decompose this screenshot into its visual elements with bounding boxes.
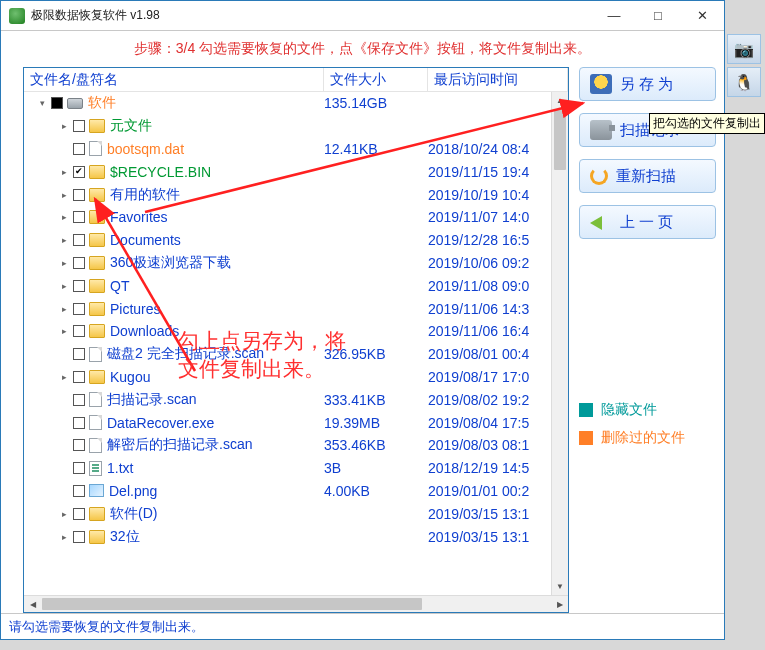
expand-icon[interactable]: ▸	[58, 326, 70, 336]
expand-icon[interactable]: ▸	[58, 258, 70, 268]
table-row[interactable]: ▸Documents2019/12/28 16:5	[24, 229, 568, 252]
file-size: 333.41KB	[324, 392, 428, 408]
save-as-button[interactable]: 另 存 为	[579, 67, 716, 101]
scroll-down-icon[interactable]: ▼	[552, 578, 568, 595]
expand-icon[interactable]: ▸	[58, 372, 70, 382]
table-row[interactable]: DataRecover.exe19.39MB2019/08/04 17:5	[24, 411, 568, 434]
minimize-button[interactable]: —	[592, 1, 636, 30]
table-row[interactable]: 磁盘2 完全扫描记录.scan326.95KB2019/08/01 00:4	[24, 343, 568, 366]
expand-icon[interactable]: ▸	[58, 532, 70, 542]
file-tree[interactable]: ▾软件135.14GB▸元文件bootsqm.dat12.41KB2018/10…	[24, 92, 568, 595]
file-time: 2019/10/19 10:4	[428, 187, 568, 203]
file-time: 2019/08/03 08:1	[428, 437, 568, 453]
file-name: DataRecover.exe	[107, 415, 214, 431]
titlebar[interactable]: 极限数据恢复软件 v1.98 — □ ✕	[1, 1, 724, 31]
table-row[interactable]: ▸360极速浏览器下载2019/10/06 09:2	[24, 252, 568, 275]
col-lastaccess[interactable]: 最后访问时间	[428, 68, 568, 91]
table-row[interactable]: ▸QT2019/11/08 09:0	[24, 274, 568, 297]
col-filename[interactable]: 文件名/盘符名	[24, 68, 324, 91]
vertical-scrollbar[interactable]: ▲ ▼	[551, 92, 568, 595]
float-icon-2[interactable]: 🐧	[727, 67, 761, 97]
file-name: QT	[110, 278, 129, 294]
expand-icon[interactable]: ▾	[36, 98, 48, 108]
checkbox[interactable]	[73, 371, 85, 383]
checkbox[interactable]	[73, 462, 85, 474]
checkbox[interactable]	[51, 97, 63, 109]
checkbox[interactable]	[73, 211, 85, 223]
scroll-right-icon[interactable]: ▶	[551, 596, 568, 612]
expand-icon[interactable]: ▸	[58, 235, 70, 245]
table-row[interactable]: ▸$RECYCLE.BIN2019/11/15 19:4	[24, 160, 568, 183]
legend-swatch-hidden	[579, 403, 593, 417]
column-headers[interactable]: 文件名/盘符名 文件大小 最后访问时间	[24, 68, 568, 92]
table-row[interactable]: ▸软件(D)2019/03/15 13:1	[24, 502, 568, 525]
expand-icon[interactable]: ▸	[58, 190, 70, 200]
legend-swatch-deleted	[579, 431, 593, 445]
file-name: 解密后的扫描记录.scan	[107, 436, 252, 454]
checkbox[interactable]	[73, 189, 85, 201]
expand-icon[interactable]: ▸	[58, 212, 70, 222]
table-row[interactable]: 1.txt3B2018/12/19 14:5	[24, 457, 568, 480]
checkbox[interactable]	[73, 508, 85, 520]
expand-icon[interactable]: ▸	[58, 121, 70, 131]
checkbox[interactable]	[73, 439, 85, 451]
rescan-button[interactable]: 重新扫描	[579, 159, 716, 193]
folder-icon	[89, 370, 105, 384]
table-row[interactable]: ▸Downloads2019/11/06 16:4	[24, 320, 568, 343]
close-button[interactable]: ✕	[680, 1, 724, 30]
folder-icon	[89, 302, 105, 316]
table-row[interactable]: 扫描记录.scan333.41KB2019/08/02 19:2	[24, 388, 568, 411]
checkbox[interactable]	[73, 348, 85, 360]
file-name: 元文件	[110, 117, 152, 135]
scroll-thumb[interactable]	[554, 110, 566, 170]
checkbox[interactable]	[73, 120, 85, 132]
tooltip: 把勾选的文件复制出	[649, 113, 765, 134]
folder-icon	[89, 507, 105, 521]
checkbox[interactable]	[73, 394, 85, 406]
float-icon-1[interactable]: 📷	[727, 34, 761, 64]
table-row[interactable]: ▸元文件	[24, 115, 568, 138]
scroll-up-icon[interactable]: ▲	[552, 92, 568, 109]
table-row[interactable]: Del.png4.00KB2019/01/01 00:2	[24, 480, 568, 503]
checkbox[interactable]	[73, 166, 85, 178]
folder-icon	[89, 279, 105, 293]
file-time: 2019/11/07 14:0	[428, 209, 568, 225]
table-row[interactable]: ▸Favorites2019/11/07 14:0	[24, 206, 568, 229]
scroll-left-icon[interactable]: ◀	[24, 596, 41, 612]
folder-icon	[89, 119, 105, 133]
camera-icon	[590, 120, 612, 140]
expand-icon[interactable]: ▸	[58, 281, 70, 291]
rescan-label: 重新扫描	[616, 167, 676, 186]
checkbox[interactable]	[73, 325, 85, 337]
expand-icon[interactable]: ▸	[58, 304, 70, 314]
checkbox[interactable]	[73, 234, 85, 246]
table-row[interactable]: ▸有用的软件2019/10/19 10:4	[24, 183, 568, 206]
folder-icon	[89, 188, 105, 202]
file-time: 2019/03/15 13:1	[428, 529, 568, 545]
prev-page-button[interactable]: 上 一 页	[579, 205, 716, 239]
table-row[interactable]: ▸32位2019/03/15 13:1	[24, 525, 568, 548]
col-filesize[interactable]: 文件大小	[324, 68, 428, 91]
horizontal-scrollbar[interactable]: ◀ ▶	[24, 595, 568, 612]
checkbox[interactable]	[73, 257, 85, 269]
checkbox[interactable]	[73, 143, 85, 155]
file-size: 12.41KB	[324, 141, 428, 157]
expand-icon[interactable]: ▸	[58, 167, 70, 177]
file-icon	[89, 141, 102, 156]
hscroll-thumb[interactable]	[42, 598, 422, 610]
table-row[interactable]: ▸Pictures2019/11/06 14:3	[24, 297, 568, 320]
table-row[interactable]: 解密后的扫描记录.scan353.46KB2019/08/03 08:1	[24, 434, 568, 457]
checkbox[interactable]	[73, 531, 85, 543]
refresh-icon	[590, 167, 608, 185]
expand-icon[interactable]: ▸	[58, 509, 70, 519]
checkbox[interactable]	[73, 303, 85, 315]
maximize-button[interactable]: □	[636, 1, 680, 30]
file-name: Del.png	[109, 483, 157, 499]
table-row[interactable]: bootsqm.dat12.41KB2018/10/24 08:4	[24, 138, 568, 161]
file-size: 4.00KB	[324, 483, 428, 499]
table-row[interactable]: ▾软件135.14GB	[24, 92, 568, 115]
checkbox[interactable]	[73, 280, 85, 292]
checkbox[interactable]	[73, 485, 85, 497]
table-row[interactable]: ▸Kugou2019/08/17 17:0	[24, 366, 568, 389]
checkbox[interactable]	[73, 417, 85, 429]
